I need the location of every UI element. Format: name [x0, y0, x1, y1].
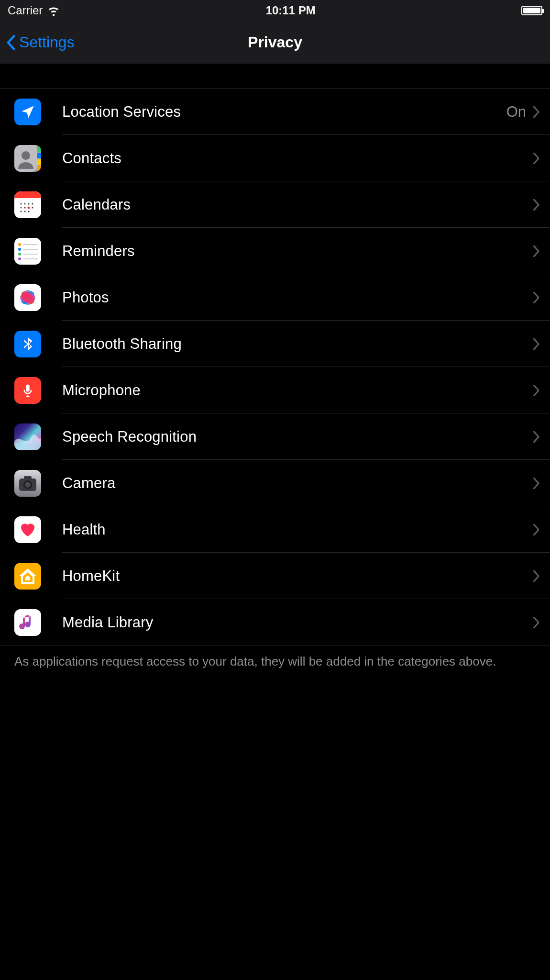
- list-item-label: HomeKit: [62, 568, 533, 585]
- back-button[interactable]: Settings: [0, 33, 75, 52]
- status-right: [521, 6, 542, 15]
- chevron-right-icon: [533, 477, 540, 490]
- chevron-right-icon: [533, 616, 540, 629]
- list-item-label: Bluetooth Sharing: [62, 335, 533, 353]
- list-item-speech-recognition[interactable]: Speech Recognition: [0, 413, 550, 460]
- camera-icon: [14, 470, 41, 497]
- svg-point-13: [21, 207, 22, 208]
- svg-point-25: [18, 243, 21, 246]
- svg-point-27: [18, 253, 21, 256]
- health-icon: [14, 516, 41, 543]
- list-item-media-library[interactable]: Media Library: [0, 599, 550, 646]
- contacts-icon: [14, 145, 41, 172]
- svg-point-17: [24, 211, 26, 212]
- chevron-right-icon: [533, 198, 540, 212]
- list-item-photos[interactable]: Photos: [0, 274, 550, 321]
- svg-point-19: [28, 206, 30, 209]
- list-item-bluetooth-sharing[interactable]: Bluetooth Sharing: [0, 321, 550, 367]
- svg-point-28: [18, 257, 21, 260]
- status-left: Carrier: [8, 4, 60, 17]
- chevron-right-icon: [533, 384, 540, 397]
- chevron-right-icon: [533, 569, 540, 583]
- photos-icon: [14, 284, 41, 311]
- battery-icon: [521, 6, 542, 15]
- svg-rect-20: [14, 238, 41, 265]
- list-item-label: Health: [62, 521, 533, 538]
- chevron-left-icon: [6, 33, 16, 52]
- media-library-icon: [14, 609, 41, 636]
- list-item-location-services[interactable]: Location Services On: [0, 89, 550, 135]
- list-item-calendars[interactable]: Calendars: [0, 181, 550, 228]
- page-title: Privacy: [0, 33, 550, 51]
- svg-rect-3: [37, 159, 41, 165]
- svg-point-9: [21, 203, 22, 204]
- list-item-label: Reminders: [62, 243, 533, 260]
- list-item-health[interactable]: Health: [0, 506, 550, 553]
- svg-rect-1: [37, 146, 41, 152]
- list-item-contacts[interactable]: Contacts: [0, 135, 550, 181]
- list-item-label: Photos: [62, 289, 533, 306]
- svg-point-14: [24, 207, 26, 208]
- list-item-label: Microphone: [62, 382, 533, 399]
- section-footer-text: As applications request access to your d…: [0, 646, 550, 681]
- chevron-right-icon: [533, 105, 540, 119]
- chevron-right-icon: [533, 523, 540, 536]
- location-arrow-icon: [14, 99, 41, 125]
- list-item-reminders[interactable]: Reminders: [0, 228, 550, 274]
- svg-point-5: [22, 151, 30, 160]
- list-item-label: Calendars: [62, 196, 533, 213]
- calendar-icon: [14, 191, 41, 218]
- list-item-value: On: [506, 103, 526, 121]
- back-button-label: Settings: [19, 33, 75, 51]
- microphone-icon: [14, 377, 41, 404]
- svg-point-18: [28, 211, 30, 212]
- svg-point-15: [32, 207, 33, 208]
- chevron-right-icon: [533, 337, 540, 351]
- svg-rect-38: [26, 396, 30, 397]
- chevron-right-icon: [533, 291, 540, 304]
- list-item-label: Location Services: [62, 103, 506, 121]
- list-item-label: Media Library: [62, 614, 533, 631]
- svg-point-43: [25, 482, 31, 488]
- status-bar: Carrier 10:11 PM: [0, 0, 550, 21]
- svg-rect-2: [37, 153, 41, 158]
- svg-point-11: [28, 203, 30, 204]
- wifi-icon: [47, 4, 60, 17]
- svg-rect-8: [14, 196, 41, 198]
- carrier-label: Carrier: [8, 4, 43, 17]
- reminders-icon: [14, 238, 41, 265]
- chevron-right-icon: [533, 245, 540, 258]
- list-item-camera[interactable]: Camera: [0, 460, 550, 506]
- svg-point-26: [18, 248, 21, 251]
- list-item-homekit[interactable]: HomeKit: [0, 553, 550, 599]
- nav-bar: Settings Privacy: [0, 21, 550, 64]
- svg-rect-41: [24, 476, 32, 480]
- list-item-label: Speech Recognition: [62, 428, 533, 445]
- list-item-microphone[interactable]: Microphone: [0, 367, 550, 413]
- chevron-right-icon: [533, 430, 540, 444]
- privacy-list: Location Services On Contacts Calendars: [0, 88, 550, 646]
- speech-icon: [14, 423, 41, 450]
- svg-point-10: [24, 203, 26, 204]
- bluetooth-icon: [14, 331, 41, 357]
- svg-point-12: [32, 203, 33, 204]
- svg-point-16: [21, 211, 22, 212]
- status-time: 10:11 PM: [266, 4, 316, 17]
- chevron-right-icon: [533, 152, 540, 165]
- list-item-label: Camera: [62, 475, 533, 492]
- list-item-label: Contacts: [62, 150, 533, 167]
- homekit-icon: [14, 563, 41, 590]
- svg-rect-4: [37, 166, 41, 171]
